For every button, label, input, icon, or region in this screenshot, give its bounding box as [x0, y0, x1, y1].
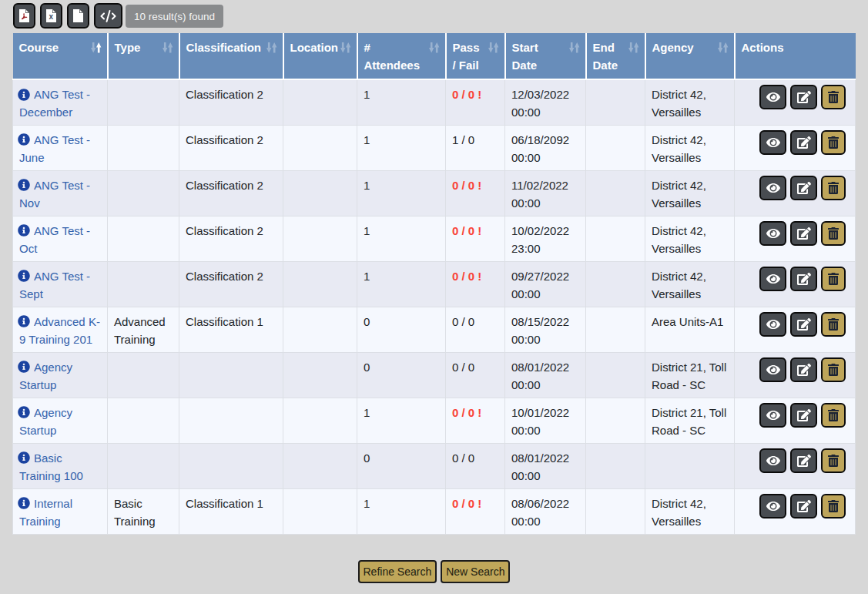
svg-text:x: x: [49, 12, 53, 21]
